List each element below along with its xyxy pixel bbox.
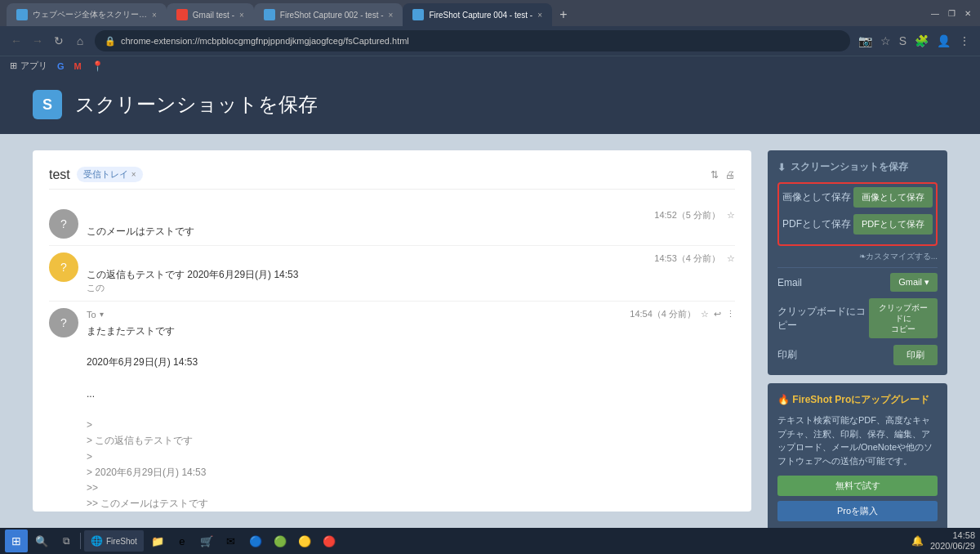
- expand-icon[interactable]: ⇅: [710, 169, 719, 181]
- tab-label-4: FireShot Capture 004 - test -: [429, 11, 532, 20]
- email-tag: 受信トレイ ×: [77, 167, 143, 182]
- taskbar-app-chrome[interactable]: 🌐 FireShot: [84, 530, 144, 552]
- save-image-row: 画像として保存 画像として保存: [782, 187, 933, 208]
- thread-more[interactable]: ⋮: [726, 309, 735, 319]
- bookmark-maps2[interactable]: 📍: [91, 60, 104, 72]
- close-button[interactable]: ✕: [962, 7, 973, 19]
- maps2-icon: 📍: [91, 60, 104, 72]
- maximize-button[interactable]: ❐: [946, 7, 957, 19]
- clipboard-button[interactable]: クリップボードにコピー: [869, 298, 938, 338]
- thread-reply[interactable]: ↩: [714, 309, 721, 319]
- bookmark-google[interactable]: G: [57, 61, 65, 71]
- taskbar-icon-7[interactable]: 🟡: [294, 530, 315, 552]
- mail-icon: ✉: [226, 535, 235, 547]
- trial-button[interactable]: 無料で試す: [777, 476, 938, 496]
- to-expand-icon[interactable]: ▾: [100, 310, 104, 319]
- tab-close-4[interactable]: ×: [537, 11, 542, 20]
- tab-label-3: FireShot Capture 002 - test -: [280, 11, 384, 20]
- taskbar-icon-8[interactable]: 🔴: [318, 530, 340, 552]
- task-view-button[interactable]: ⧉: [56, 530, 77, 552]
- screenshot-icon[interactable]: 📷: [858, 34, 872, 47]
- forward-button[interactable]: →: [31, 34, 44, 47]
- windows-logo: ⊞: [11, 534, 21, 547]
- taskbar-right: 🔔 14:58 2020/06/29: [911, 530, 975, 552]
- save-section: ⬇ スクリーンショットを保存 画像として保存 画像として保存 PDFとして保存 …: [768, 150, 947, 375]
- apps-icon: ⊞: [10, 60, 17, 71]
- tab-2[interactable]: Gmail test - ×: [167, 3, 254, 26]
- tab-label-1: ウェブページ全体をスクリーンショット・...: [33, 9, 147, 20]
- address-bar[interactable]: 🔒 chrome-extension://mcbpblocgmgfnpjppnd…: [95, 30, 850, 51]
- sidebar-title: ⬇ スクリーンショットを保存: [777, 160, 938, 174]
- clipboard-row: クリップボードにコピー クリップボードにコピー: [777, 298, 938, 338]
- new-tab-button[interactable]: +: [552, 3, 575, 26]
- bookmark-apps[interactable]: ⊞ アプリ: [10, 60, 47, 72]
- taskbar-icon-3[interactable]: 🛒: [196, 530, 217, 552]
- clock-date: 2020/06/29: [930, 541, 975, 552]
- save-pdf-button[interactable]: PDFとして保存: [853, 214, 933, 235]
- apps-label: アプリ: [20, 60, 47, 72]
- maps-icon: M: [74, 61, 82, 71]
- tag-text: 受信トレイ: [83, 168, 128, 181]
- fireshot-ext-icon[interactable]: S: [899, 34, 906, 47]
- profile-icon[interactable]: 👤: [937, 34, 951, 47]
- bookmarks-bar: ⊞ アプリ G M 📍: [0, 56, 980, 75]
- thread-meta: To ▾ 14:54（4 分前） ☆ ↩ ⋮: [87, 308, 735, 320]
- thread-body: またまたテストです 2020年6月29日(月) 14:53 ... > > この…: [87, 324, 735, 512]
- avatar-1: ?: [49, 209, 78, 239]
- msg-text-1: このメールはテストです: [87, 225, 735, 239]
- search-taskbar-button[interactable]: 🔍: [31, 530, 52, 552]
- msg-time-1: 14:52（5 分前）: [654, 209, 720, 221]
- edge-icon: e: [179, 535, 185, 547]
- reload-button[interactable]: ↻: [52, 34, 65, 47]
- notification-icon[interactable]: 🔔: [911, 535, 924, 547]
- chrome-app-label: FireShot: [106, 537, 137, 546]
- tab-label-2: Gmail test -: [193, 11, 234, 20]
- tag-close-icon[interactable]: ×: [131, 170, 136, 179]
- print-icon[interactable]: 🖨: [725, 169, 735, 181]
- avatar-3: ?: [49, 308, 78, 337]
- address-text: chrome-extension://mcbpblocgmgfnpjppndjk…: [121, 36, 840, 46]
- thread-star[interactable]: ☆: [701, 309, 709, 319]
- pro-button[interactable]: Proを購入: [777, 501, 938, 521]
- tab-favicon-3: [264, 9, 275, 20]
- customize-link[interactable]: ❧カスタマイズする...: [777, 251, 938, 262]
- taskbar-icon-2[interactable]: e: [172, 530, 193, 552]
- tab-close-3[interactable]: ×: [389, 11, 394, 20]
- print-button[interactable]: 印刷: [893, 345, 938, 365]
- taskbar-icon-1[interactable]: 📁: [147, 530, 168, 552]
- tab-1[interactable]: ウェブページ全体をスクリーンショット・... ×: [7, 3, 167, 26]
- app-icon-6: 🟢: [274, 535, 287, 547]
- taskbar-icon-6[interactable]: 🟢: [270, 530, 291, 552]
- menu-icon[interactable]: ⋮: [959, 34, 970, 47]
- store-icon: 🛒: [200, 535, 213, 547]
- tab-3[interactable]: FireShot Capture 002 - test - ×: [254, 3, 403, 26]
- email-subject: test 受信トレイ ×: [49, 167, 143, 182]
- star-icon[interactable]: ☆: [880, 34, 891, 47]
- extension-icon1[interactable]: 🧩: [915, 34, 929, 47]
- page-content: S スクリーンショットを保存 test 受信トレイ × ⇅ 🖨: [0, 75, 980, 528]
- chrome-circle-icon: 🔵: [249, 535, 262, 547]
- gmail-button[interactable]: Gmail ▾: [890, 273, 938, 292]
- tab-4[interactable]: FireShot Capture 004 - test - ×: [403, 3, 552, 26]
- tab-close-2[interactable]: ×: [239, 11, 244, 20]
- fireshot-title: スクリーンショットを保存: [75, 92, 318, 118]
- save-buttons-group: 画像として保存 画像として保存 PDFとして保存 PDFとして保存: [777, 182, 938, 246]
- taskbar-icon-4[interactable]: ✉: [220, 530, 242, 552]
- back-button[interactable]: ←: [10, 34, 23, 47]
- star-icon-2[interactable]: ☆: [727, 253, 735, 264]
- msg-body-text-2: この返信もテストです 2020年6月29日(月) 14:53: [87, 269, 298, 280]
- bookmark-maps[interactable]: M: [74, 61, 82, 71]
- tab-close-1[interactable]: ×: [152, 11, 157, 20]
- taskbar-clock[interactable]: 14:58 2020/06/29: [930, 530, 975, 552]
- taskbar-icon-5[interactable]: 🔵: [245, 530, 266, 552]
- window-controls: — ❐ ✕: [929, 7, 973, 19]
- home-button[interactable]: ⌂: [74, 34, 87, 47]
- thread-quoted: > > この返信もテストです > > 2020年6月29日(月) 14:53 >…: [87, 418, 735, 512]
- minimize-button[interactable]: —: [929, 7, 941, 19]
- star-icon-1[interactable]: ☆: [727, 210, 735, 221]
- browser-addressbar: ← → ↻ ⌂ 🔒 chrome-extension://mcbpblocgmg…: [0, 26, 980, 56]
- fireshot-logo: S: [33, 90, 62, 119]
- upgrade-text: テキスト検索可能なPDF、高度なキャプチャ、注釈、印刷、保存、編集、アップロード…: [777, 413, 938, 467]
- save-image-button[interactable]: 画像として保存: [853, 187, 933, 208]
- start-button[interactable]: ⊞: [5, 529, 28, 552]
